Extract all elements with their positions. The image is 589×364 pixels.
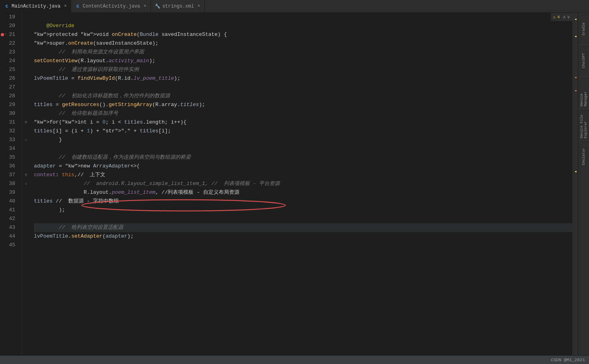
code-line-42 [34,214,572,223]
gutter-cell-20 [22,22,30,30]
scroll-marker-2 [575,36,577,37]
line-num-text: 30 [9,109,15,118]
line-num-text: 34 [9,144,15,153]
scroll-marker-3 [575,77,577,78]
nav-up-icon[interactable]: ∧ [563,14,566,20]
nav-down-icon[interactable]: ∨ [567,14,570,20]
code-line-40: titles // 数据源 - 字符中数组 [34,197,572,206]
gutter-cell-23 [22,48,30,57]
line-num-text: 43 [9,223,15,232]
gutter-cell-19 [22,13,30,22]
code-line-39: R.layout.poem_list_item, //列表项模板 - 自定义布局… [34,188,572,197]
tab-close-strings[interactable]: × [198,4,200,8]
gutter-cell-21 [22,30,30,39]
tab-main-activity[interactable]: C MainActivity.java × [0,0,71,13]
line-num-text: 37 [9,171,15,179]
gutter-cell-35 [22,153,30,162]
line-num-text: 20 [9,22,15,30]
line-num-text: 25 [9,65,15,74]
gutter-cell-44 [22,232,30,241]
line-num-text: 35 [9,153,15,162]
line-num-text: 22 [9,39,15,48]
gutter-cell-40 [22,197,30,206]
code-line-31: "kw">for("kw">int i = 0; i < titles.leng… [34,118,572,127]
code-line-26: lvPoemTitle = findViewById(R.id.lv_poem_… [34,74,572,83]
tab-content-activity[interactable]: C ContentActivity.java × [71,0,151,13]
line-num-text: 44 [9,232,15,241]
sidebar-tool-emulator[interactable]: Emulator [578,140,589,172]
scroll-marker-4 [575,90,577,91]
line-number-21: ↑21 [0,30,18,39]
line-num-text: 27 [9,83,15,92]
line-number-27: 27 [0,83,18,92]
line-number-41: 41 [0,206,18,214]
line-number-31: 31 [0,118,18,127]
code-line-41: ); [34,206,572,214]
code-line-36: adapter = "kw">new ArrayAdapter<>( [34,162,572,171]
code-line-22: "kw">super.onCreate(savedInstanceState); [34,39,572,48]
line-num-text: 39 [9,188,15,197]
code-line-27 [34,83,572,92]
sidebar-tool-gradle[interactable]: Gradle [578,13,589,45]
tab-close-content[interactable]: × [144,4,146,8]
line-num-text: 38 [9,179,15,188]
code-body[interactable]: @Override "kw">protected "kw">void onCre… [30,13,572,355]
tab-strings-xml[interactable]: 🔧 strings.xml × [151,0,205,13]
tab-close-main[interactable]: × [64,4,67,8]
code-line-45 [34,241,572,250]
line-number-36: 36 [0,162,18,171]
gutter-cell-31: ▽ [22,118,30,127]
tab-icon-main: C [4,4,10,9]
gutter-cell-29 [22,100,30,109]
line-number-38: 38 [0,179,18,188]
line-num-text: 32 [9,127,15,136]
tab-label-strings: strings.xml [162,4,194,9]
gutter-cell-38: ○ [22,179,30,188]
status-bar: CSDN @Mi_2021 [0,355,589,364]
code-line-25: // 通过资源标识符获取控件实例 [34,65,572,74]
code-line-32: titles[i] = (i + 1) + "str">"." + titles… [34,127,572,136]
line-number-23: 23 [0,48,18,57]
right-sidebar: Gradle ChatGPT Device Manager Device Fil… [578,13,589,355]
line-num-text: 21 [9,30,15,39]
line-number-42: 42 [0,214,18,223]
scroll-marker-5 [575,171,577,172]
line-num-text: 40 [9,197,15,206]
line-number-25: 25 [0,65,18,74]
line-num-text: 41 [9,206,15,214]
line-num-text: 29 [9,100,15,109]
code-line-30: // 给诗歌标题添加序号 [34,109,572,118]
breakpoint-dot[interactable] [1,33,4,36]
code-line-37: context: this,// 上下文 [34,171,572,179]
code-area-wrapper: ⚠ 4 ∧ ∨ 1920↑212223242526272829303132333… [0,13,578,355]
gutter-cell-43 [22,223,30,232]
line-numbers: 1920↑21222324252627282930313233343536373… [0,13,22,355]
sidebar-tool-device-manager[interactable]: Device Manager [578,77,589,108]
gutter: ▽○▽○ [22,13,30,355]
gutter-cell-34 [22,144,30,153]
tab-icon-strings: 🔧 [155,4,160,9]
sidebar-tool-device-file-explorer[interactable]: Device File Explorer [578,108,589,140]
line-number-28: 28 [0,92,18,100]
code-line-23: // 利用布局资源文件设置用户界面 [34,48,572,57]
line-number-40: 40 [0,197,18,206]
fold-icon[interactable]: ▽ [25,173,27,177]
line-number-30: 30 [0,109,18,118]
line-number-19: 19 [0,13,18,22]
code-line-28: // 初始化古诗标题数组，作为控件列的数据源 [34,92,572,100]
line-number-33: 33 [0,136,18,144]
line-number-32: 32 [0,127,18,136]
code-line-34 [34,144,572,153]
code-lines: @Override "kw">protected "kw">void onCre… [30,13,572,250]
line-num-text: 42 [9,214,15,223]
gutter-cell-36 [22,162,30,171]
line-number-44: 44 [0,232,18,241]
scrollbar-track[interactable] [572,13,578,355]
line-number-37: 37 [0,171,18,179]
line-number-22: 22 [0,39,18,48]
line-number-24: 24 [0,57,18,65]
sidebar-tool-chatgpt[interactable]: ChatGPT [578,45,589,77]
code-line-33: } [34,136,572,144]
fold-icon[interactable]: ▽ [25,120,27,125]
code-line-29: titles = getResources().getStringArray(R… [34,100,572,109]
